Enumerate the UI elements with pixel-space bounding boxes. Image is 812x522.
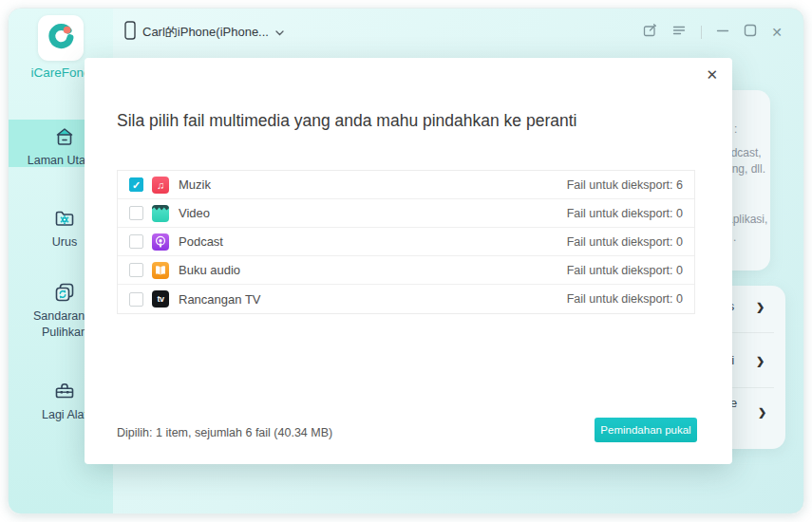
checkmark-icon: ✓ [130, 178, 142, 192]
backup-restore-icon [52, 294, 77, 308]
list-item-muzik[interactable]: ✓ ♫ Muzik Fail untuk dieksport: 6 [118, 171, 694, 199]
selection-summary: Dipilih: 1 item, sejumlah 6 fail (40.34 … [117, 426, 332, 439]
home-icon [52, 139, 77, 152]
window-controls: ✕ [642, 23, 783, 42]
media-type-list: ✓ ♫ Muzik Fail untuk dieksport: 6 ✓ Vide… [117, 170, 695, 314]
divider [701, 26, 702, 39]
audiobook-icon [152, 262, 169, 279]
screen: iCareFone Laman Utama [0, 0, 812, 522]
row-count: Fail untuk dieksport: 0 [567, 264, 683, 277]
row-count: Fail untuk dieksport: 0 [567, 292, 683, 306]
checkbox-checked[interactable]: ✓ [129, 177, 143, 192]
dialog-title: Sila pilih fail multimedia yang anda mah… [117, 111, 576, 131]
window-close-icon[interactable]: ✕ [771, 26, 783, 39]
podcast-icon [152, 233, 169, 251]
bg-text-fragment: aplikasi, [727, 213, 767, 226]
close-icon[interactable]: ✕ [706, 66, 718, 84]
row-count: Fail untuk dieksport: 0 [567, 235, 683, 249]
app-window: iCareFone Laman Utama [8, 8, 804, 514]
edit-icon[interactable] [642, 23, 657, 42]
bg-text-fragment: . [733, 231, 736, 244]
list-item-rancangan-tv[interactable]: ✓ tv Rancangan TV Fail untuk dieksport: … [118, 285, 694, 313]
toolbox-icon [52, 393, 77, 406]
icarefone-logo [38, 15, 84, 61]
row-label: Muzik [179, 177, 211, 192]
device-name: Carl的iPhone(iPhone... [142, 24, 269, 41]
row-count: Fail untuk dieksport: 6 [567, 178, 683, 192]
chevron-right-icon[interactable]: ❯ [758, 406, 766, 419]
chevron-right-icon[interactable]: ❯ [756, 355, 765, 367]
checkbox-unchecked[interactable]: ✓ [129, 292, 143, 307]
folder-gear-icon [52, 220, 77, 233]
icarefone-logo-icon [47, 22, 75, 54]
list-item-buku-audio[interactable]: ✓ Buku audio Fail untuk dieksport: 0 [118, 256, 694, 285]
row-label: Rancangan TV [179, 292, 261, 307]
video-icon [152, 205, 169, 222]
row-label: Buku audio [179, 263, 240, 277]
maximize-icon[interactable] [744, 24, 757, 41]
menu-icon[interactable] [671, 23, 687, 42]
list-item-video[interactable]: ✓ Video Fail untuk dieksport: 0 [118, 199, 694, 228]
music-icon: ♫ [152, 177, 169, 194]
phone-icon [124, 21, 136, 43]
row-label: Video [179, 206, 210, 220]
row-label: Podcast [179, 234, 223, 249]
checkbox-unchecked[interactable]: ✓ [129, 234, 143, 249]
list-item-podcast[interactable]: ✓ Podcast Fail untuk dieksport: 0 [118, 228, 694, 256]
tv-icon: tv [152, 290, 169, 308]
row-count: Fail untuk dieksport: 0 [567, 207, 683, 220]
media-select-dialog: ✕ Sila pilih fail multimedia yang anda m… [85, 58, 732, 464]
minimize-icon[interactable] [716, 24, 729, 41]
device-selector[interactable]: Carl的iPhone(iPhone... [124, 21, 284, 43]
checkbox-unchecked[interactable]: ✓ [129, 263, 143, 277]
checkbox-unchecked[interactable]: ✓ [129, 206, 143, 220]
chevron-right-icon[interactable]: ❯ [756, 301, 765, 313]
bulk-transfer-button[interactable]: Pemindahan pukal [595, 418, 697, 442]
bg-text-fragment: : [734, 122, 737, 136]
chevron-down-icon [275, 25, 284, 39]
